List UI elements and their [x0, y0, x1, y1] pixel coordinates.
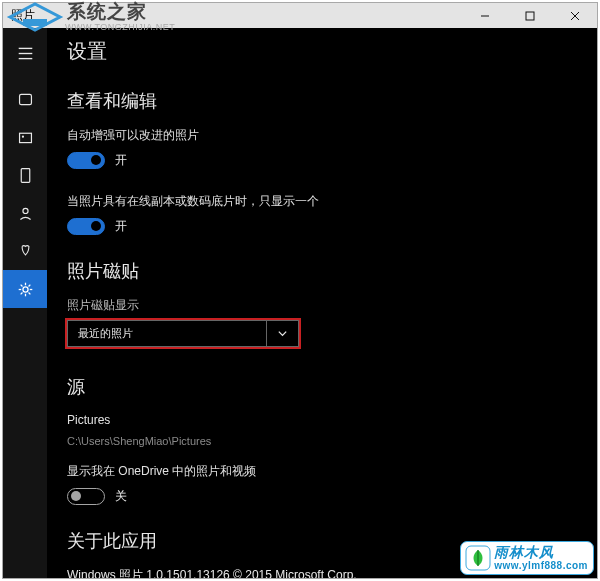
watermark-bottom-url: www.ylmf888.com	[494, 560, 588, 571]
maximize-button[interactable]	[507, 3, 552, 28]
people-icon[interactable]	[3, 194, 47, 232]
auto-enhance-label: 自动增强可以改进的照片	[67, 127, 569, 144]
svg-point-12	[22, 286, 27, 291]
auto-enhance-state: 开	[115, 152, 127, 169]
svg-line-19	[28, 284, 30, 286]
svg-rect-7	[19, 94, 31, 104]
watermark-title: 系统之家	[67, 2, 175, 21]
hamburger-icon[interactable]	[3, 34, 47, 72]
section-view-edit: 查看和编辑	[67, 89, 569, 113]
svg-point-9	[21, 135, 23, 137]
section-sources: 源	[67, 375, 569, 399]
svg-line-18	[28, 292, 30, 294]
dupes-toggle[interactable]	[67, 218, 105, 235]
page-title: 设置	[67, 38, 569, 65]
folder-path: C:\Users\ShengMiao\Pictures	[67, 435, 569, 447]
folder-name: Pictures	[67, 413, 569, 427]
minimize-button[interactable]	[462, 3, 507, 28]
app-window: 照片 设置 查看和编辑 自动增强可以改进的照片 开 当照片具有在线副本或数码底片…	[2, 2, 598, 579]
folders-icon[interactable]	[3, 156, 47, 194]
tile-label: 照片磁贴显示	[67, 297, 569, 314]
tile-dropdown-value: 最近的照片	[67, 320, 267, 347]
svg-rect-10	[21, 168, 30, 182]
close-button[interactable]	[552, 3, 597, 28]
section-tile: 照片磁贴	[67, 259, 569, 283]
onedrive-toggle[interactable]	[67, 488, 105, 505]
watermark-url: WWW.TONGZHIJIA.NET	[65, 22, 175, 32]
svg-point-11	[22, 208, 27, 213]
tile-dropdown[interactable]: 最近的照片	[67, 320, 299, 347]
svg-line-17	[20, 284, 22, 286]
onedrive-label: 显示我在 OneDrive 中的照片和视频	[67, 463, 569, 480]
albums-icon[interactable]	[3, 118, 47, 156]
svg-line-20	[20, 292, 22, 294]
main-panel: 设置 查看和编辑 自动增强可以改进的照片 开 当照片具有在线副本或数码底片时，只…	[47, 28, 597, 578]
collection-icon[interactable]	[3, 80, 47, 118]
watermark-bottom: 雨林木风 www.ylmf888.com	[460, 541, 594, 575]
dupes-state: 开	[115, 218, 127, 235]
dupes-label: 当照片具有在线副本或数码底片时，只显示一个	[67, 193, 569, 210]
settings-icon[interactable]	[3, 270, 47, 308]
svg-rect-8	[19, 133, 31, 142]
auto-enhance-toggle[interactable]	[67, 152, 105, 169]
chevron-down-icon[interactable]	[267, 320, 299, 347]
onedrive-state: 关	[115, 488, 127, 505]
leaf-icon	[465, 545, 491, 571]
svg-rect-1	[526, 12, 534, 20]
watermark-bottom-title: 雨林木风	[494, 545, 588, 560]
watermark-top: 系统之家 WWW.TONGZHIJIA.NET	[5, 1, 175, 33]
import-icon[interactable]	[3, 232, 47, 270]
sidebar	[3, 28, 47, 578]
